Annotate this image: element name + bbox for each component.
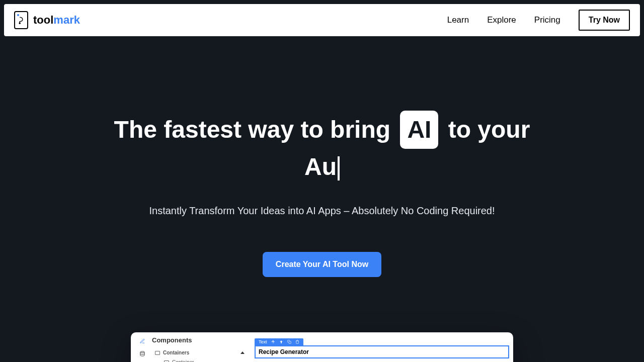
preview-components-title: Components bbox=[152, 336, 251, 344]
svg-point-0 bbox=[19, 23, 20, 24]
svg-rect-4 bbox=[289, 341, 291, 343]
preview-element-toolbar: Text bbox=[255, 338, 303, 345]
copy-icon bbox=[287, 340, 291, 344]
cta-button[interactable]: Create Your AI Tool Now bbox=[263, 252, 381, 277]
arrow-up-icon bbox=[279, 340, 283, 344]
chevron-up-icon bbox=[240, 351, 245, 354]
toolbar-text-label: Text bbox=[259, 339, 267, 344]
preview-text-element: Recipe Generator bbox=[255, 345, 509, 358]
hero-title: The fastest way to bring AI to your Au bbox=[96, 111, 548, 185]
containers-label: Containers bbox=[163, 350, 189, 355]
preview-canvas: Text Recipe Generator bbox=[251, 336, 509, 362]
main-header: toolmark Learn Explore Pricing Try Now bbox=[4, 4, 640, 36]
nav-learn[interactable]: Learn bbox=[447, 15, 469, 25]
container-label: Container bbox=[172, 359, 194, 362]
typing-text: Au bbox=[304, 153, 340, 180]
preview-components-panel: Components Containers Container Repeated… bbox=[150, 336, 251, 362]
logo-text: toolmark bbox=[33, 14, 80, 27]
hero-title-part2: to your bbox=[441, 116, 530, 143]
move-icon bbox=[271, 340, 275, 344]
hero-title-part1: The fastest way to bring bbox=[114, 116, 397, 143]
screenshot-preview: Components Containers Container Repeated… bbox=[131, 332, 513, 362]
svg-point-1 bbox=[140, 351, 144, 353]
hero-subtitle: Instantly Transform Your Ideas into AI A… bbox=[0, 205, 644, 217]
logo-area[interactable]: toolmark bbox=[14, 11, 80, 29]
nav-explore[interactable]: Explore bbox=[487, 15, 516, 25]
preview-container-item: Container bbox=[152, 357, 251, 362]
preview-edit-icon bbox=[139, 338, 146, 344]
preview-database-icon bbox=[139, 351, 146, 356]
try-now-button[interactable]: Try Now bbox=[579, 10, 630, 31]
hero-section: The fastest way to bring AI to your Au I… bbox=[0, 40, 644, 277]
preview-containers-header: Containers bbox=[152, 348, 251, 357]
nav-pricing[interactable]: Pricing bbox=[534, 15, 560, 25]
logo-icon bbox=[14, 11, 28, 29]
main-nav: Learn Explore Pricing Try Now bbox=[447, 10, 630, 31]
folder-icon bbox=[155, 351, 160, 355]
ai-badge: AI bbox=[400, 111, 438, 149]
trash-icon bbox=[295, 340, 299, 344]
preview-sidebar bbox=[135, 336, 150, 362]
container-icon bbox=[164, 360, 169, 363]
